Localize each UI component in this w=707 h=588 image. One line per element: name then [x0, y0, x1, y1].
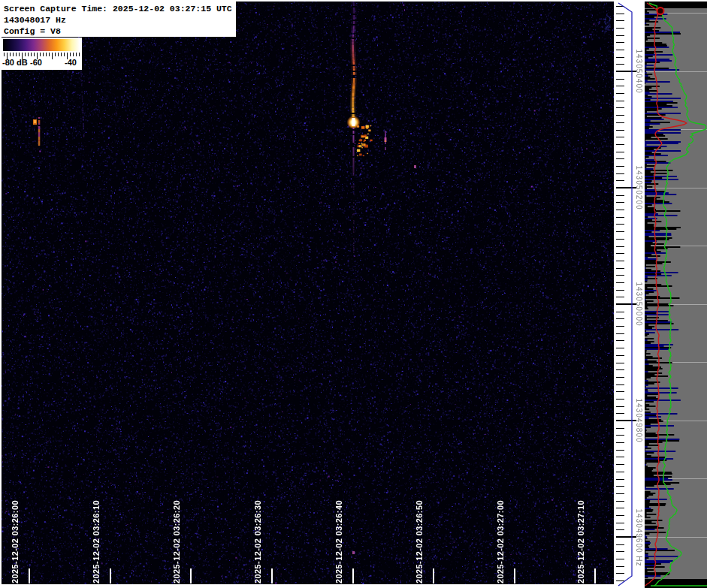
capture-time-text: Screen Capture Time: 2025-12-02 03:27:15…	[4, 3, 236, 14]
time-axis-label: 2025-12-02 03:26:30	[254, 500, 262, 583]
time-axis-tick	[110, 568, 111, 583]
time-axis-tick	[271, 568, 273, 583]
center-frequency-text: 143048017 Hz	[4, 14, 236, 26]
scale-major-tick	[52, 53, 53, 59]
spectrogram-waterfall-canvas	[0, 0, 707, 588]
scale-label: -40	[65, 58, 77, 67]
time-axis-tick	[514, 568, 515, 583]
time-axis-label: 2025-12-02 03:26:40	[335, 500, 343, 583]
time-axis-label: 2025-12-02 03:26:20	[173, 500, 181, 583]
time-axis-label: 2025-12-02 03:27:10	[577, 500, 585, 583]
time-axis-label: 2025-12-02 03:26:10	[92, 500, 101, 583]
time-axis-tick	[29, 568, 30, 583]
frequency-axis-label: 143050200	[635, 165, 643, 210]
frequency-axis-label: 143050400	[635, 49, 643, 93]
frequency-axis-label: 143049800	[635, 398, 643, 442]
frequency-axis-label: 143049600 Hz	[635, 508, 643, 566]
time-axis-tick	[594, 568, 596, 583]
time-axis-tick	[352, 568, 354, 583]
color-gradient-bar	[3, 39, 80, 51]
scale-label: -60	[30, 58, 42, 67]
amplitude-color-scale: -80 dB-60-40	[2, 38, 82, 70]
capture-info-panel: Screen Capture Time: 2025-12-02 03:27:15…	[2, 2, 236, 37]
time-axis-label: 2025-12-02 03:26:50	[415, 500, 424, 583]
scale-ruler-ticks	[4, 53, 80, 56]
scale-label: -80 dB	[2, 58, 28, 67]
frequency-axis-label: 143050000	[635, 282, 643, 326]
time-axis-label: 2025-12-02 03:26:00	[11, 500, 20, 583]
spectrogram-screen-capture: Screen Capture Time: 2025-12-02 03:27:15…	[0, 0, 707, 588]
time-axis-tick	[433, 568, 434, 583]
config-text: Config = V8	[4, 26, 236, 37]
time-axis-tick	[190, 568, 192, 583]
time-axis-label: 2025-12-02 03:27:00	[497, 500, 505, 583]
